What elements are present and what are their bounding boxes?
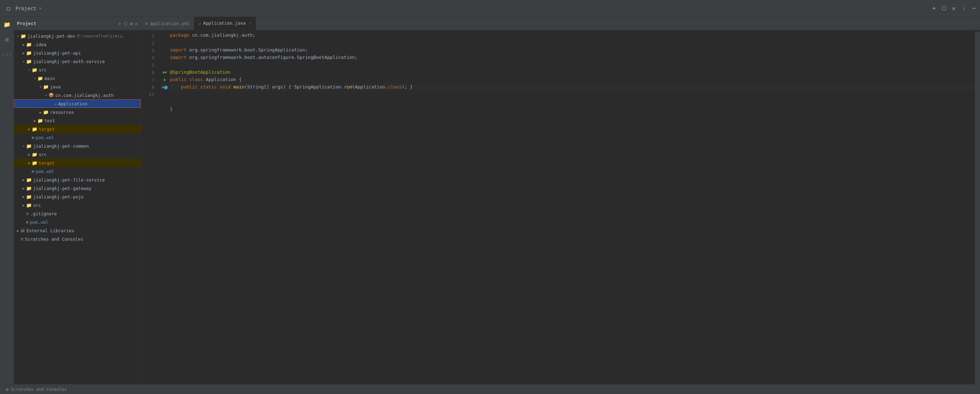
label-application: Application (58, 101, 88, 106)
tree-item-auth-service[interactable]: ▾ 📁 jialiangkj-pet-auth-service (14, 57, 141, 65)
folder-icon-gateway: 📁 (26, 186, 32, 191)
close-panel-button[interactable]: ✕ (951, 3, 957, 13)
maven-icon-pom1: m (32, 135, 34, 140)
folder-icon-test: 📁 (37, 118, 43, 123)
tree-item-idea[interactable]: ▶ 📁 .idea (14, 40, 141, 49)
scratches-bar-label: Scratches and Consoles (11, 387, 67, 392)
tab-java[interactable]: ☕ Application.java ✕ (194, 17, 256, 30)
label-scratches: Scratches and Consoles (25, 237, 83, 242)
folder-icon-file-service: 📁 (26, 177, 32, 183)
tree-item-pojo[interactable]: ▶ 📁 jialiangkj-pet-pojo (14, 192, 141, 201)
tab-java-icon: ☕ (199, 21, 201, 26)
folder-icon-auth-service: 📁 (26, 59, 32, 64)
arrow-file-service: ▶ (21, 178, 26, 182)
tree-item-common[interactable]: ▾ 📁 jialiangkj-pet-common (14, 142, 141, 150)
project-view-icon[interactable]: 📁 (2, 20, 12, 29)
add-button[interactable]: + (931, 3, 937, 13)
label-file-service: jialiangkj-pet-file-service (33, 177, 105, 183)
code-line-5 (160, 61, 975, 69)
panel-add-icon[interactable]: + (118, 21, 121, 26)
project-panel: Project + ⬡ ⚙ ✕ ▾ 📁 jialiangkj-pet-dev E… (14, 17, 141, 384)
arrow-common: ▾ (21, 144, 26, 148)
folder-icon-common-src: 📁 (32, 152, 37, 157)
tree-item-target1[interactable]: ▶ 📁 target (14, 125, 141, 133)
code-line-6: ▶ ♦ @SpringBootApplication (160, 69, 975, 76)
tree-item-resources[interactable]: ▶ 📁 resources (14, 108, 141, 116)
top-bar: ◻ Project ▾ + ⬡ ✕ ⋮ ─ (0, 0, 980, 17)
scratches-icon: ≡ (21, 236, 23, 242)
tree-item-application[interactable]: ☕ Application (14, 99, 141, 108)
folder-icon-pojo: 📁 (26, 194, 32, 199)
tab-bar: ⚙ application.yml ☕ Application.java ✕ (141, 17, 980, 30)
label-common: jialiangkj-pet-common (33, 143, 89, 149)
app-icon: ◻ (3, 3, 14, 14)
project-panel-title: Project (17, 21, 36, 26)
arrow-api: ▶ (21, 51, 26, 55)
tree-item-java[interactable]: ▾ 📁 java (14, 83, 141, 91)
tree-item-file-service[interactable]: ▶ 📁 jialiangkj-pet-file-service (14, 175, 141, 184)
code-line-1: package cn.com.jialiangkj.auth; (160, 32, 975, 39)
minimize-button[interactable]: ─ (971, 3, 977, 13)
project-tree: ▾ 📁 jialiangkj-pet-dev E:\sourceTree\jia… (14, 30, 141, 384)
tree-item-common-src[interactable]: ▶ 📁 src (14, 150, 141, 159)
tab-java-label: Application.java (203, 21, 245, 26)
arrow-root: ▾ (16, 34, 21, 38)
code-editor[interactable]: package cn.com.jialiangkj.auth; import o… (159, 32, 975, 384)
tree-item-root-pom[interactable]: m pom.xml (14, 218, 141, 226)
tree-item-root-src[interactable]: ▶ 📁 src (14, 201, 141, 209)
tree-item-api[interactable]: ▶ 📁 jialiangkj-pet-api (14, 49, 141, 57)
folder-icon-main: 📁 (37, 76, 43, 81)
label-idea: .idea (33, 42, 46, 47)
folder-icon-api: 📁 (26, 51, 32, 56)
code-line-9 (160, 91, 975, 98)
label-root: jialiangkj-pet-dev (27, 33, 75, 39)
folder-icon-target1: 📁 (32, 127, 37, 132)
label-pom1: pom.xml (36, 135, 54, 140)
tree-item-common-pom[interactable]: m pom.xml (14, 167, 141, 175)
arrow-common-src: ▶ (27, 153, 32, 156)
structure-icon[interactable]: ⊞ (4, 35, 10, 44)
java-file-icon: ☕ (54, 101, 57, 106)
tab-yml[interactable]: ⚙ application.yml (141, 17, 194, 30)
label-src: src (39, 67, 47, 73)
tree-item-pom1[interactable]: m pom.xml (14, 133, 141, 142)
tree-item-ext-libs[interactable]: ▶ 🏛 External Libraries (14, 226, 141, 235)
ext-libs-icon: 🏛 (21, 228, 25, 233)
tree-item-package[interactable]: ▾ 📦 cn.com.jialiangkj.auth (14, 91, 141, 99)
tree-item-root[interactable]: ▾ 📁 jialiangkj-pet-dev E:\sourceTree\jia… (14, 32, 141, 40)
arrow-auth-service: ▾ (21, 60, 26, 64)
line-numbers: 1 2 3 4 5 6 7 8 11 (141, 32, 159, 384)
code-line-4: import org.springframework.boot.autoconf… (160, 54, 975, 61)
panel-sync-icon[interactable]: ⬡ (123, 21, 127, 26)
editor-area: ⚙ application.yml ☕ Application.java ✕ 1… (141, 17, 980, 384)
code-line-2 (160, 39, 975, 46)
tree-item-scratches[interactable]: ≡ Scratches and Consoles (14, 235, 141, 243)
options-button[interactable]: ⋮ (959, 3, 968, 13)
scratches-bar-icon: ≡ (6, 387, 8, 392)
tree-item-src[interactable]: ▾ 📁 src (14, 65, 141, 74)
arrow-resources: ▶ (38, 110, 43, 114)
scratches-and-consoles-button[interactable]: ≡ Scratches and Consoles (3, 385, 70, 394)
folder-icon-java: 📁 (43, 84, 49, 89)
panel-settings-icon[interactable]: ⚙ (130, 21, 132, 26)
tree-item-gateway[interactable]: ▶ 📁 jialiangkj-pet-gateway (14, 184, 141, 192)
arrow-test: ▶ (32, 119, 37, 122)
code-line-8: ▶ ⬤ public static void main(String[] arg… (160, 84, 975, 91)
folder-icon-root: 📁 (21, 33, 26, 39)
tree-item-common-target[interactable]: ▶ 📁 target (14, 159, 141, 167)
tree-item-test[interactable]: ▶ 📁 test (14, 116, 141, 125)
arrow-java: ▾ (38, 85, 43, 89)
panel-close-icon[interactable]: ✕ (135, 21, 138, 26)
project-caret[interactable]: ▾ (39, 6, 41, 11)
project-panel-actions: + ⬡ ⚙ ✕ (118, 21, 138, 26)
gitignore-icon: ⊘ (26, 211, 29, 216)
arrow-root-src: ▶ (21, 203, 26, 207)
maven-icon-common-pom: m (32, 169, 34, 174)
more-tools-icon[interactable]: ··· (0, 50, 13, 60)
maven-icon-root-pom: m (26, 220, 29, 224)
arrow-common-target: ▶ (27, 161, 32, 165)
tree-item-main[interactable]: ▾ 📁 main (14, 74, 141, 83)
structure-button[interactable]: ⬡ (940, 3, 948, 13)
tree-item-gitignore[interactable]: ⊘ .gitignore (14, 209, 141, 218)
tab-java-close[interactable]: ✕ (249, 21, 252, 25)
